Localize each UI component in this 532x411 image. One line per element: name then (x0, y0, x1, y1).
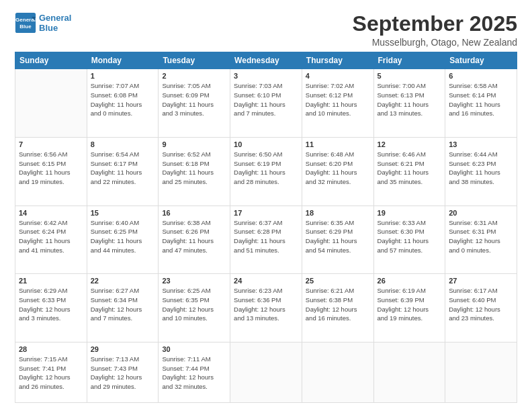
calendar-cell: 10Sunrise: 6:50 AM Sunset: 6:19 PM Dayli… (230, 137, 302, 205)
calendar-cell: 13Sunrise: 6:44 AM Sunset: 6:23 PM Dayli… (445, 137, 517, 205)
calendar-cell: 24Sunrise: 6:23 AM Sunset: 6:36 PM Dayli… (230, 274, 302, 342)
day-info: Sunrise: 6:48 AM Sunset: 6:20 PM Dayligh… (306, 150, 370, 187)
day-info: Sunrise: 6:25 AM Sunset: 6:35 PM Dayligh… (162, 286, 226, 323)
day-number: 17 (234, 209, 298, 217)
calendar-cell: 27Sunrise: 6:17 AM Sunset: 6:40 PM Dayli… (445, 274, 517, 342)
day-number: 29 (91, 345, 155, 353)
calendar-col-tuesday: Tuesday (159, 52, 230, 69)
day-info: Sunrise: 6:50 AM Sunset: 6:19 PM Dayligh… (234, 150, 298, 187)
svg-text:Blue: Blue (19, 24, 32, 30)
day-info: Sunrise: 7:13 AM Sunset: 7:43 PM Dayligh… (91, 355, 155, 392)
calendar-week-1: 1Sunrise: 7:07 AM Sunset: 6:08 PM Daylig… (15, 69, 517, 138)
calendar-cell: 2Sunrise: 7:05 AM Sunset: 6:09 PM Daylig… (159, 69, 230, 138)
calendar-cell: 9Sunrise: 6:52 AM Sunset: 6:18 PM Daylig… (159, 137, 230, 205)
day-number: 7 (19, 140, 83, 148)
calendar-cell: 19Sunrise: 6:33 AM Sunset: 6:30 PM Dayli… (373, 205, 445, 274)
day-number: 28 (19, 345, 83, 353)
day-info: Sunrise: 7:15 AM Sunset: 7:41 PM Dayligh… (19, 355, 83, 392)
calendar-cell: 7Sunrise: 6:56 AM Sunset: 6:15 PM Daylig… (15, 137, 87, 205)
day-number: 13 (449, 140, 513, 148)
day-info: Sunrise: 6:21 AM Sunset: 6:38 PM Dayligh… (306, 286, 370, 323)
day-number: 1 (91, 72, 155, 80)
day-number: 3 (234, 72, 298, 80)
day-number: 11 (306, 140, 370, 148)
calendar-cell: 16Sunrise: 6:38 AM Sunset: 6:26 PM Dayli… (159, 205, 230, 274)
calendar-cell (445, 342, 517, 402)
calendar-cell: 26Sunrise: 6:19 AM Sunset: 6:39 PM Dayli… (373, 274, 445, 342)
day-number: 8 (91, 140, 155, 148)
day-info: Sunrise: 6:23 AM Sunset: 6:36 PM Dayligh… (234, 286, 298, 323)
day-number: 9 (162, 140, 226, 148)
day-number: 14 (19, 209, 83, 217)
day-number: 27 (449, 277, 513, 285)
day-info: Sunrise: 6:54 AM Sunset: 6:17 PM Dayligh… (91, 150, 155, 187)
logo-icon: General Blue (15, 12, 36, 34)
logo-text: General Blue (39, 13, 71, 33)
title-block: September 2025 Musselburgh, Otago, New Z… (353, 12, 517, 48)
day-number: 23 (162, 277, 226, 285)
calendar-cell: 1Sunrise: 7:07 AM Sunset: 6:08 PM Daylig… (87, 69, 159, 138)
day-info: Sunrise: 7:03 AM Sunset: 6:10 PM Dayligh… (234, 81, 298, 118)
day-number: 19 (378, 209, 442, 217)
calendar-cell (302, 342, 373, 402)
calendar-cell: 3Sunrise: 7:03 AM Sunset: 6:10 PM Daylig… (230, 69, 302, 138)
month-title: September 2025 (353, 12, 517, 36)
day-info: Sunrise: 6:35 AM Sunset: 6:29 PM Dayligh… (306, 218, 370, 255)
calendar-cell: 20Sunrise: 6:31 AM Sunset: 6:31 PM Dayli… (445, 205, 517, 274)
calendar-cell: 30Sunrise: 7:11 AM Sunset: 7:44 PM Dayli… (159, 342, 230, 402)
calendar-col-wednesday: Wednesday (230, 52, 302, 69)
calendar-cell: 28Sunrise: 7:15 AM Sunset: 7:41 PM Dayli… (15, 342, 87, 402)
calendar-cell: 17Sunrise: 6:37 AM Sunset: 6:28 PM Dayli… (230, 205, 302, 274)
calendar-week-3: 14Sunrise: 6:42 AM Sunset: 6:24 PM Dayli… (15, 205, 517, 274)
calendar-col-friday: Friday (373, 52, 445, 69)
day-number: 30 (162, 345, 226, 353)
header: General Blue General Blue September 2025… (15, 12, 517, 48)
day-info: Sunrise: 6:42 AM Sunset: 6:24 PM Dayligh… (19, 218, 83, 255)
day-info: Sunrise: 7:07 AM Sunset: 6:08 PM Dayligh… (91, 81, 155, 118)
calendar-col-sunday: Sunday (15, 52, 87, 69)
calendar-header-row: SundayMondayTuesdayWednesdayThursdayFrid… (15, 52, 517, 69)
day-info: Sunrise: 6:27 AM Sunset: 6:34 PM Dayligh… (91, 286, 155, 323)
day-number: 16 (162, 209, 226, 217)
day-number: 25 (306, 277, 370, 285)
day-number: 20 (449, 209, 513, 217)
day-info: Sunrise: 6:58 AM Sunset: 6:14 PM Dayligh… (449, 81, 513, 118)
day-info: Sunrise: 6:31 AM Sunset: 6:31 PM Dayligh… (449, 218, 513, 255)
day-info: Sunrise: 7:11 AM Sunset: 7:44 PM Dayligh… (162, 355, 226, 392)
calendar-week-4: 21Sunrise: 6:29 AM Sunset: 6:33 PM Dayli… (15, 274, 517, 342)
calendar-cell (230, 342, 302, 402)
day-number: 24 (234, 277, 298, 285)
day-info: Sunrise: 7:05 AM Sunset: 6:09 PM Dayligh… (162, 81, 226, 118)
calendar-col-saturday: Saturday (445, 52, 517, 69)
calendar-cell (15, 69, 87, 138)
day-info: Sunrise: 6:56 AM Sunset: 6:15 PM Dayligh… (19, 150, 83, 187)
day-info: Sunrise: 6:44 AM Sunset: 6:23 PM Dayligh… (449, 150, 513, 187)
calendar-cell: 4Sunrise: 7:02 AM Sunset: 6:12 PM Daylig… (302, 69, 373, 138)
calendar-cell: 12Sunrise: 6:46 AM Sunset: 6:21 PM Dayli… (373, 137, 445, 205)
day-info: Sunrise: 6:46 AM Sunset: 6:21 PM Dayligh… (378, 150, 442, 187)
day-info: Sunrise: 6:38 AM Sunset: 6:26 PM Dayligh… (162, 218, 226, 255)
day-number: 21 (19, 277, 83, 285)
calendar-cell: 15Sunrise: 6:40 AM Sunset: 6:25 PM Dayli… (87, 205, 159, 274)
day-number: 2 (162, 72, 226, 80)
day-info: Sunrise: 6:19 AM Sunset: 6:39 PM Dayligh… (378, 286, 442, 323)
logo: General Blue General Blue (15, 12, 71, 34)
calendar-cell: 23Sunrise: 6:25 AM Sunset: 6:35 PM Dayli… (159, 274, 230, 342)
calendar-cell: 21Sunrise: 6:29 AM Sunset: 6:33 PM Dayli… (15, 274, 87, 342)
day-info: Sunrise: 7:00 AM Sunset: 6:13 PM Dayligh… (378, 81, 442, 118)
day-number: 15 (91, 209, 155, 217)
calendar-cell (373, 342, 445, 402)
calendar-cell: 6Sunrise: 6:58 AM Sunset: 6:14 PM Daylig… (445, 69, 517, 138)
calendar-col-monday: Monday (87, 52, 159, 69)
calendar-cell: 14Sunrise: 6:42 AM Sunset: 6:24 PM Dayli… (15, 205, 87, 274)
calendar-col-thursday: Thursday (302, 52, 373, 69)
calendar-cell: 11Sunrise: 6:48 AM Sunset: 6:20 PM Dayli… (302, 137, 373, 205)
calendar-cell: 18Sunrise: 6:35 AM Sunset: 6:29 PM Dayli… (302, 205, 373, 274)
calendar-table: SundayMondayTuesdayWednesdayThursdayFrid… (15, 52, 517, 403)
day-number: 22 (91, 277, 155, 285)
calendar-week-2: 7Sunrise: 6:56 AM Sunset: 6:15 PM Daylig… (15, 137, 517, 205)
day-info: Sunrise: 7:02 AM Sunset: 6:12 PM Dayligh… (306, 81, 370, 118)
calendar-cell: 22Sunrise: 6:27 AM Sunset: 6:34 PM Dayli… (87, 274, 159, 342)
day-info: Sunrise: 6:29 AM Sunset: 6:33 PM Dayligh… (19, 286, 83, 323)
day-info: Sunrise: 6:33 AM Sunset: 6:30 PM Dayligh… (378, 218, 442, 255)
